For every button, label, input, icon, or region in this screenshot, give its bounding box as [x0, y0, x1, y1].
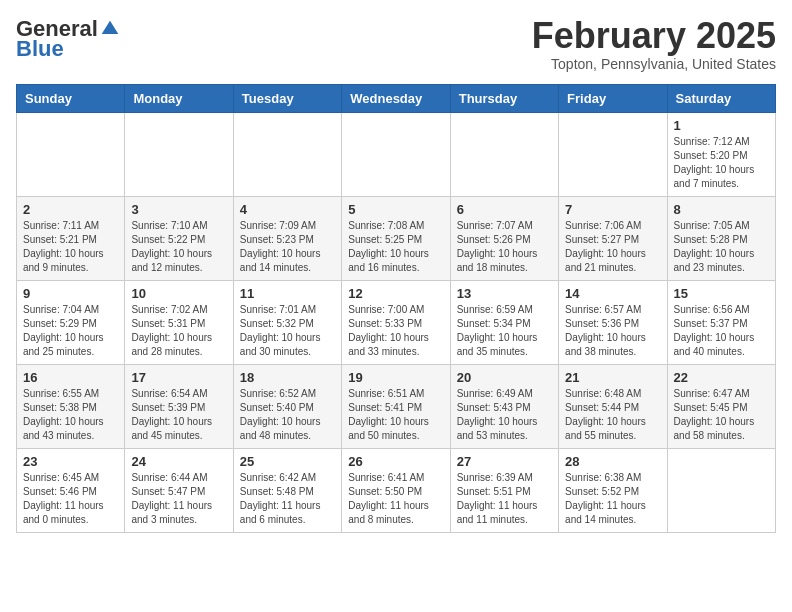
calendar-cell: 17Sunrise: 6:54 AM Sunset: 5:39 PM Dayli… [125, 364, 233, 448]
day-number: 8 [674, 202, 769, 217]
calendar-cell: 25Sunrise: 6:42 AM Sunset: 5:48 PM Dayli… [233, 448, 341, 532]
day-info: Sunrise: 6:48 AM Sunset: 5:44 PM Dayligh… [565, 387, 660, 443]
calendar-cell: 22Sunrise: 6:47 AM Sunset: 5:45 PM Dayli… [667, 364, 775, 448]
calendar-cell: 28Sunrise: 6:38 AM Sunset: 5:52 PM Dayli… [559, 448, 667, 532]
calendar-cell: 19Sunrise: 6:51 AM Sunset: 5:41 PM Dayli… [342, 364, 450, 448]
day-number: 1 [674, 118, 769, 133]
day-info: Sunrise: 7:10 AM Sunset: 5:22 PM Dayligh… [131, 219, 226, 275]
day-of-week-header: Wednesday [342, 84, 450, 112]
day-info: Sunrise: 7:08 AM Sunset: 5:25 PM Dayligh… [348, 219, 443, 275]
day-of-week-header: Saturday [667, 84, 775, 112]
day-number: 19 [348, 370, 443, 385]
calendar-week-row: 2Sunrise: 7:11 AM Sunset: 5:21 PM Daylig… [17, 196, 776, 280]
calendar-cell: 16Sunrise: 6:55 AM Sunset: 5:38 PM Dayli… [17, 364, 125, 448]
day-info: Sunrise: 7:04 AM Sunset: 5:29 PM Dayligh… [23, 303, 118, 359]
calendar-week-row: 9Sunrise: 7:04 AM Sunset: 5:29 PM Daylig… [17, 280, 776, 364]
day-number: 21 [565, 370, 660, 385]
calendar-cell [342, 112, 450, 196]
day-info: Sunrise: 6:51 AM Sunset: 5:41 PM Dayligh… [348, 387, 443, 443]
day-number: 24 [131, 454, 226, 469]
calendar-cell: 1Sunrise: 7:12 AM Sunset: 5:20 PM Daylig… [667, 112, 775, 196]
day-number: 25 [240, 454, 335, 469]
page-header: General Blue February 2025 Topton, Penns… [16, 16, 776, 72]
day-of-week-header: Tuesday [233, 84, 341, 112]
logo-icon [100, 19, 120, 39]
logo-blue-text: Blue [16, 36, 64, 62]
day-number: 5 [348, 202, 443, 217]
day-info: Sunrise: 6:59 AM Sunset: 5:34 PM Dayligh… [457, 303, 552, 359]
day-info: Sunrise: 6:55 AM Sunset: 5:38 PM Dayligh… [23, 387, 118, 443]
day-info: Sunrise: 6:44 AM Sunset: 5:47 PM Dayligh… [131, 471, 226, 527]
calendar-cell: 3Sunrise: 7:10 AM Sunset: 5:22 PM Daylig… [125, 196, 233, 280]
day-info: Sunrise: 7:12 AM Sunset: 5:20 PM Dayligh… [674, 135, 769, 191]
calendar-cell: 15Sunrise: 6:56 AM Sunset: 5:37 PM Dayli… [667, 280, 775, 364]
day-info: Sunrise: 7:06 AM Sunset: 5:27 PM Dayligh… [565, 219, 660, 275]
calendar-cell: 4Sunrise: 7:09 AM Sunset: 5:23 PM Daylig… [233, 196, 341, 280]
calendar-cell: 13Sunrise: 6:59 AM Sunset: 5:34 PM Dayli… [450, 280, 558, 364]
calendar-cell: 26Sunrise: 6:41 AM Sunset: 5:50 PM Dayli… [342, 448, 450, 532]
day-info: Sunrise: 7:02 AM Sunset: 5:31 PM Dayligh… [131, 303, 226, 359]
day-info: Sunrise: 6:52 AM Sunset: 5:40 PM Dayligh… [240, 387, 335, 443]
day-number: 16 [23, 370, 118, 385]
day-number: 23 [23, 454, 118, 469]
day-of-week-header: Monday [125, 84, 233, 112]
calendar-cell: 9Sunrise: 7:04 AM Sunset: 5:29 PM Daylig… [17, 280, 125, 364]
calendar-cell [559, 112, 667, 196]
calendar-cell [667, 448, 775, 532]
calendar-cell: 18Sunrise: 6:52 AM Sunset: 5:40 PM Dayli… [233, 364, 341, 448]
day-number: 15 [674, 286, 769, 301]
day-number: 18 [240, 370, 335, 385]
calendar-cell: 20Sunrise: 6:49 AM Sunset: 5:43 PM Dayli… [450, 364, 558, 448]
day-info: Sunrise: 6:47 AM Sunset: 5:45 PM Dayligh… [674, 387, 769, 443]
day-info: Sunrise: 7:11 AM Sunset: 5:21 PM Dayligh… [23, 219, 118, 275]
calendar-cell: 5Sunrise: 7:08 AM Sunset: 5:25 PM Daylig… [342, 196, 450, 280]
day-number: 13 [457, 286, 552, 301]
calendar-cell [17, 112, 125, 196]
calendar-cell: 27Sunrise: 6:39 AM Sunset: 5:51 PM Dayli… [450, 448, 558, 532]
calendar-cell: 11Sunrise: 7:01 AM Sunset: 5:32 PM Dayli… [233, 280, 341, 364]
calendar-week-row: 16Sunrise: 6:55 AM Sunset: 5:38 PM Dayli… [17, 364, 776, 448]
day-of-week-header: Thursday [450, 84, 558, 112]
day-number: 2 [23, 202, 118, 217]
calendar-cell [450, 112, 558, 196]
day-info: Sunrise: 6:42 AM Sunset: 5:48 PM Dayligh… [240, 471, 335, 527]
day-info: Sunrise: 7:00 AM Sunset: 5:33 PM Dayligh… [348, 303, 443, 359]
day-number: 22 [674, 370, 769, 385]
calendar-week-row: 23Sunrise: 6:45 AM Sunset: 5:46 PM Dayli… [17, 448, 776, 532]
calendar-cell: 23Sunrise: 6:45 AM Sunset: 5:46 PM Dayli… [17, 448, 125, 532]
calendar-cell: 10Sunrise: 7:02 AM Sunset: 5:31 PM Dayli… [125, 280, 233, 364]
calendar-cell [233, 112, 341, 196]
calendar-week-row: 1Sunrise: 7:12 AM Sunset: 5:20 PM Daylig… [17, 112, 776, 196]
day-number: 4 [240, 202, 335, 217]
calendar-cell: 8Sunrise: 7:05 AM Sunset: 5:28 PM Daylig… [667, 196, 775, 280]
day-number: 14 [565, 286, 660, 301]
day-number: 28 [565, 454, 660, 469]
day-number: 9 [23, 286, 118, 301]
day-number: 27 [457, 454, 552, 469]
day-info: Sunrise: 6:56 AM Sunset: 5:37 PM Dayligh… [674, 303, 769, 359]
day-number: 11 [240, 286, 335, 301]
day-number: 3 [131, 202, 226, 217]
calendar-cell [125, 112, 233, 196]
day-number: 26 [348, 454, 443, 469]
calendar-cell: 21Sunrise: 6:48 AM Sunset: 5:44 PM Dayli… [559, 364, 667, 448]
calendar-cell: 7Sunrise: 7:06 AM Sunset: 5:27 PM Daylig… [559, 196, 667, 280]
day-number: 7 [565, 202, 660, 217]
day-info: Sunrise: 6:45 AM Sunset: 5:46 PM Dayligh… [23, 471, 118, 527]
day-info: Sunrise: 7:05 AM Sunset: 5:28 PM Dayligh… [674, 219, 769, 275]
calendar-cell: 2Sunrise: 7:11 AM Sunset: 5:21 PM Daylig… [17, 196, 125, 280]
day-info: Sunrise: 7:09 AM Sunset: 5:23 PM Dayligh… [240, 219, 335, 275]
day-number: 20 [457, 370, 552, 385]
day-of-week-header: Sunday [17, 84, 125, 112]
calendar-cell: 14Sunrise: 6:57 AM Sunset: 5:36 PM Dayli… [559, 280, 667, 364]
day-info: Sunrise: 6:41 AM Sunset: 5:50 PM Dayligh… [348, 471, 443, 527]
day-info: Sunrise: 7:01 AM Sunset: 5:32 PM Dayligh… [240, 303, 335, 359]
day-info: Sunrise: 6:57 AM Sunset: 5:36 PM Dayligh… [565, 303, 660, 359]
calendar-table: SundayMondayTuesdayWednesdayThursdayFrid… [16, 84, 776, 533]
calendar-header-row: SundayMondayTuesdayWednesdayThursdayFrid… [17, 84, 776, 112]
day-number: 6 [457, 202, 552, 217]
logo: General Blue [16, 16, 120, 62]
day-number: 10 [131, 286, 226, 301]
month-title: February 2025 [532, 16, 776, 56]
calendar-cell: 6Sunrise: 7:07 AM Sunset: 5:26 PM Daylig… [450, 196, 558, 280]
